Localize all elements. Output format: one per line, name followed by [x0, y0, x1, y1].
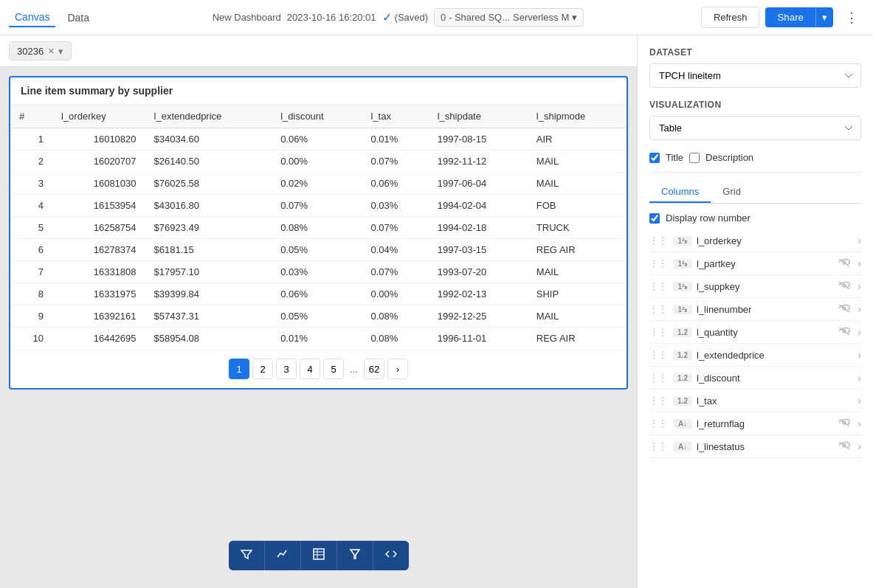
page-btn-4[interactable]: 4 [300, 359, 320, 379]
table-cell: MAIL [528, 305, 627, 328]
table-cell: 10 [10, 328, 52, 350]
filter-dropdown-icon[interactable]: ▾ [58, 46, 63, 57]
connection-dropdown-icon[interactable]: ▾ [572, 12, 577, 23]
tab-columns[interactable]: Columns [649, 181, 711, 203]
canvas-area: 30236 × ▾ Line item summary by supplier … [0, 35, 637, 588]
col-hidden-icon[interactable] [838, 280, 850, 292]
table-cell: $34034.60 [145, 128, 272, 151]
table-cell: 1 [10, 128, 52, 151]
col-drag-handle[interactable]: ⋮⋮ [649, 350, 667, 360]
col-expand-icon[interactable]: › [858, 440, 861, 452]
filter-remove[interactable]: × [48, 45, 54, 57]
col-expand-icon[interactable]: › [858, 303, 861, 315]
visualization-select[interactable]: Table [649, 116, 861, 140]
table-cell: 1996-11-01 [429, 328, 528, 350]
table-cell: $76025.58 [145, 173, 272, 195]
col-type-badge: 1²₃ [673, 236, 692, 246]
table-cell: 1997-08-15 [429, 128, 528, 151]
page-btn-3[interactable]: 3 [276, 359, 297, 379]
table-cell: 16258754 [52, 217, 145, 239]
page-next-button[interactable]: › [387, 359, 408, 379]
col-hidden-icon[interactable] [838, 440, 850, 452]
col-drag-handle[interactable]: ⋮⋮ [649, 235, 667, 246]
toolbar-filter-button[interactable] [229, 541, 265, 570]
col-drag-handle[interactable]: ⋮⋮ [649, 327, 667, 337]
description-checkbox[interactable] [689, 153, 700, 163]
dashboard-datetime: 2023-10-16 16:20:01 [287, 12, 376, 23]
right-sidebar: Dataset TPCH lineitem Visualization Tabl… [637, 35, 873, 588]
toolbar-table-button[interactable] [301, 541, 337, 570]
toolbar-filteralt-button[interactable] [337, 541, 373, 570]
col-header-tax: l_tax [362, 105, 428, 128]
col-expand-icon[interactable]: › [858, 349, 861, 361]
toolbar-linechart-button[interactable] [265, 541, 301, 570]
column-item: ⋮⋮ 1.2 l_extendedprice › [649, 344, 861, 367]
page-btn-2[interactable]: 2 [252, 359, 273, 379]
table-cell: 1992-12-25 [429, 305, 528, 328]
tab-grid[interactable]: Grid [711, 181, 753, 203]
table-row: 716331808$17957.100.03%0.07%1993-07-20MA… [10, 261, 627, 283]
col-expand-icon[interactable]: › [858, 418, 861, 429]
table-cell: 16153954 [52, 195, 145, 217]
col-hidden-icon[interactable] [838, 326, 850, 338]
display-row-number-label: Display row number [666, 212, 750, 224]
col-drag-handle[interactable]: ⋮⋮ [649, 304, 667, 314]
table-row: 1016442695$58954.080.01%0.08%1996-11-01R… [10, 328, 627, 350]
share-button[interactable]: Share [765, 7, 815, 27]
page-btn-5[interactable]: 5 [323, 359, 344, 379]
share-dropdown-button[interactable]: ▾ [815, 7, 833, 27]
col-hidden-icon[interactable] [838, 257, 850, 269]
page-btn-last[interactable]: 62 [364, 359, 384, 379]
col-expand-icon[interactable]: › [858, 235, 861, 246]
col-expand-icon[interactable]: › [858, 326, 861, 338]
col-drag-handle[interactable]: ⋮⋮ [649, 418, 667, 429]
table-cell: MAIL [528, 261, 627, 283]
toolbar-code-button[interactable] [373, 541, 409, 570]
table-cell: 16020707 [52, 151, 145, 173]
col-hidden-icon[interactable] [838, 418, 850, 429]
title-checkbox[interactable] [649, 153, 660, 163]
table-cell: 5 [10, 217, 52, 239]
bottom-toolbar [229, 541, 409, 570]
col-name-label: l_linenumber [697, 304, 834, 315]
col-drag-handle[interactable]: ⋮⋮ [649, 281, 667, 291]
col-header-discount: l_discount [272, 105, 362, 128]
table-container: # l_orderkey l_extendedprice l_discount … [10, 105, 627, 350]
svg-rect-0 [314, 549, 324, 559]
col-drag-handle[interactable]: ⋮⋮ [649, 395, 667, 406]
table-cell: 2 [10, 151, 52, 173]
dataset-select[interactable]: TPCH lineitem [649, 63, 861, 88]
page-btn-1[interactable]: 1 [229, 359, 249, 379]
col-expand-icon[interactable]: › [858, 395, 861, 407]
refresh-button[interactable]: Refresh [701, 7, 760, 28]
col-header-shipdate: l_shipdate [429, 105, 528, 128]
col-header-rownum: # [10, 105, 52, 128]
col-name-label: l_returnflag [697, 418, 834, 429]
col-expand-icon[interactable]: › [858, 280, 861, 292]
col-drag-handle[interactable]: ⋮⋮ [649, 373, 667, 383]
connection-info[interactable]: 0 - Shared SQ... Serverless M ▾ [434, 8, 584, 27]
col-name-label: l_quantity [697, 327, 834, 338]
col-drag-handle[interactable]: ⋮⋮ [649, 258, 667, 269]
col-hidden-icon[interactable] [838, 303, 850, 315]
display-row-number-checkbox[interactable] [649, 213, 660, 224]
table-row: 916392161$57437.310.05%0.08%1992-12-25MA… [10, 305, 627, 328]
column-item: ⋮⋮ 1.2 l_quantity › [649, 321, 861, 344]
col-type-badge: 1²₃ [673, 305, 692, 314]
col-expand-icon[interactable]: › [858, 257, 861, 269]
more-options-button[interactable]: ⋮ [839, 7, 864, 29]
page-dots: ... [347, 364, 361, 375]
column-item: ⋮⋮ A↓ l_linestatus › [649, 435, 861, 458]
column-item: ⋮⋮ 1.2 l_discount › [649, 367, 861, 390]
table-cell: TRUCK [528, 217, 627, 239]
visualization-label: Visualization [649, 100, 861, 110]
display-row-number-row: Display row number [649, 212, 861, 224]
filter-chip[interactable]: 30236 × ▾ [9, 41, 72, 60]
tab-data[interactable]: Data [61, 9, 95, 27]
col-type-badge: 1.2 [673, 373, 692, 383]
table-cell: 16331975 [52, 283, 145, 305]
tab-canvas[interactable]: Canvas [9, 8, 55, 27]
col-expand-icon[interactable]: › [858, 372, 861, 384]
col-drag-handle[interactable]: ⋮⋮ [649, 441, 667, 452]
table-cell: 16010820 [52, 128, 145, 151]
